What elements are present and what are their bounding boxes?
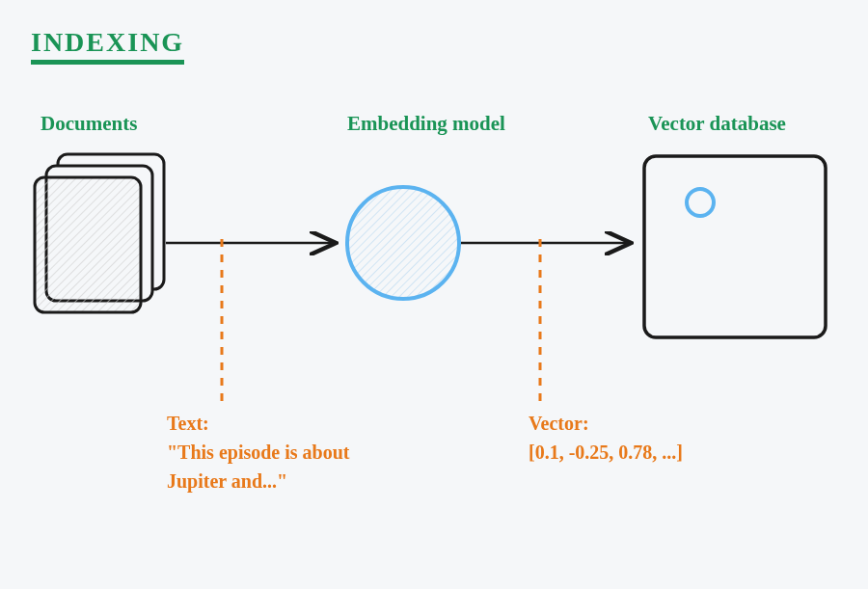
svg-rect-4 (35, 177, 141, 312)
documents-icon (35, 154, 164, 312)
vector-database-icon (644, 156, 826, 337)
svg-point-6 (687, 189, 714, 216)
svg-rect-5 (644, 156, 826, 337)
diagram-canvas (0, 0, 868, 589)
embedding-model-icon (347, 187, 459, 299)
